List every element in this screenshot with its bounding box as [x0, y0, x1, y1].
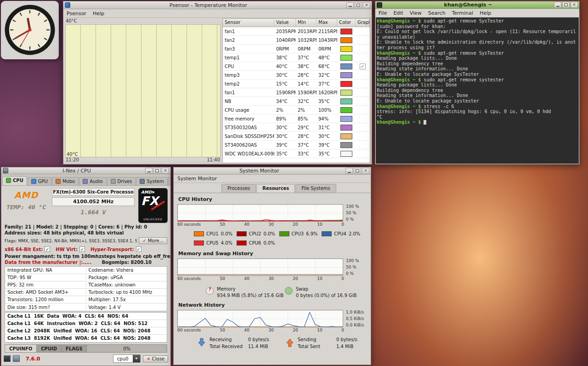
close-button[interactable]: ✕	[162, 168, 169, 174]
sensor-row[interactable]: temp3 30°C 28°C 32°C	[223, 71, 370, 80]
psensor-titlebar[interactable]: Psensor - Temperature Monitor ✕	[63, 1, 372, 9]
tab-flags[interactable]: FLAGS	[61, 344, 86, 353]
sensor-color-swatch[interactable]	[340, 125, 352, 131]
menu-item[interactable]: Help	[480, 10, 491, 16]
sensor-color-swatch[interactable]	[340, 37, 352, 43]
extension-checkbox[interactable]	[79, 246, 85, 252]
more-flags-button[interactable]: ✓ More...	[139, 237, 167, 244]
sensor-color-swatch[interactable]	[340, 46, 352, 52]
maximize-button[interactable]	[354, 168, 361, 174]
cpu-color-swatch[interactable]	[279, 231, 289, 236]
menu-item[interactable]: Edit	[393, 10, 403, 16]
sysmon-titlebar[interactable]: System Monitor ✕	[174, 167, 371, 175]
sensor-row[interactable]: fan1 1590RPM 1590RPM 1620RPM	[223, 88, 370, 97]
cpu-color-swatch[interactable]	[194, 231, 204, 236]
cpu-color-swatch[interactable]	[194, 240, 204, 246]
inex-close-button[interactable]: ✕ Close	[143, 355, 168, 362]
menu-item[interactable]: Psensor	[67, 11, 86, 16]
inex-tab[interactable]: CPU	[2, 176, 27, 185]
sensor-row[interactable]: temp1 38°C 37°C 48°C	[223, 53, 370, 62]
sensor-row[interactable]: fan2 1040RPM 1032RPM 1043RPM	[223, 36, 370, 45]
minimize-button[interactable]	[346, 2, 354, 8]
sysmon-tab[interactable]: Processes	[221, 184, 256, 193]
column-header[interactable]: Sensor	[223, 19, 274, 27]
sensor-color-swatch[interactable]	[340, 133, 352, 139]
graph-checkbox[interactable]	[360, 63, 366, 69]
sensor-row[interactable]: free memory 89% 85% 94%	[223, 114, 370, 123]
maximize-button[interactable]	[355, 2, 362, 8]
minimize-button[interactable]	[345, 168, 353, 174]
spec-cell-left: Die size: 315 mm?	[5, 305, 86, 310]
minimize-button[interactable]	[145, 168, 153, 174]
tab-cpuinfo[interactable]: CPUINFO	[5, 344, 36, 353]
tab-cpuid[interactable]: CPUID	[36, 344, 61, 353]
inex-tab[interactable]: System	[136, 177, 167, 185]
terminal-text: Reading package lists... Done	[377, 82, 457, 87]
sensor-color-swatch[interactable]	[340, 142, 352, 148]
inex-tab[interactable]: GPU	[28, 177, 51, 185]
swap-gauge-icon[interactable]	[285, 287, 293, 295]
sensor-color-swatch[interactable]	[340, 55, 352, 61]
sensor-color-swatch[interactable]	[340, 72, 352, 78]
sensor-row[interactable]: ST3400620AS 39°C 37°C 39°C	[223, 141, 370, 149]
menu-item[interactable]: Help	[93, 11, 104, 16]
inex-tab[interactable]: Mobo	[52, 177, 79, 185]
inex-tab[interactable]: Ke	[168, 177, 170, 185]
sensor-color-swatch[interactable]	[340, 151, 352, 157]
maximize-button[interactable]	[562, 2, 570, 8]
inex-titlebar[interactable]: I-Nex / CPU ✕	[1, 167, 170, 174]
clock-widget[interactable]	[1, 1, 59, 59]
memory-gauge-icon[interactable]	[206, 287, 214, 295]
x-axis-label: 30	[268, 222, 273, 227]
temperature-graph: 40°C	[65, 24, 220, 157]
column-header[interactable]: Min	[296, 19, 317, 27]
cpu-color-swatch[interactable]	[237, 231, 247, 236]
close-button[interactable]: ✕	[362, 168, 369, 174]
cpu-color-swatch[interactable]	[322, 231, 332, 236]
column-header[interactable]: Max	[317, 19, 337, 27]
sensor-color-swatch[interactable]	[340, 29, 352, 34]
sensor-row[interactable]: CPU usage 2% 2% 100%	[223, 106, 370, 114]
menu-item[interactable]: Terminal	[452, 10, 474, 16]
inex-tab[interactable]: Drives	[107, 177, 136, 185]
terminal-titlebar[interactable]: khan@Ghengis ~ ✕	[375, 1, 579, 9]
sensor-color-swatch[interactable]	[340, 116, 352, 122]
inex-toolbar-icon-1[interactable]	[4, 355, 11, 362]
menu-item[interactable]: File	[379, 10, 387, 16]
column-header[interactable]: Color	[337, 19, 356, 27]
sensor-row[interactable]: fan1 2035RPM 2013RPM 2115RPM	[223, 27, 370, 36]
sensor-row[interactable]: NB 34°C 32°C 35°C	[223, 97, 370, 106]
inex-toolbar-icon-2[interactable]	[13, 355, 20, 362]
maximize-button[interactable]	[153, 168, 161, 174]
sensor-color-swatch[interactable]	[340, 63, 352, 69]
sensor-row[interactable]: SanDisk SDSSDHP256G 30°C 28°C 30°C	[223, 132, 370, 141]
terminal-output[interactable]: khan@Ghengis ~ $ sudo apt-get remove Sys…	[376, 17, 579, 164]
sysmon-menu[interactable]: System Monitor	[177, 176, 217, 182]
sensor-row[interactable]: fan3 0RPM 0RPM 0RPM	[223, 45, 370, 53]
cpu-color-swatch[interactable]	[237, 240, 247, 246]
column-header[interactable]: Value	[274, 19, 296, 27]
menu-item[interactable]: View	[410, 10, 422, 16]
sensor-color-swatch[interactable]	[340, 107, 352, 113]
sensor-row[interactable]: WDC WD10EALX-009BA0 35°C 33°C 35°C	[223, 149, 370, 158]
sensor-color-swatch[interactable]	[340, 98, 352, 104]
menu-item[interactable]: Search	[428, 10, 446, 16]
sysmon-tab[interactable]: Resources	[256, 184, 295, 193]
minimize-button[interactable]	[554, 2, 561, 8]
sensor-color-swatch[interactable]	[340, 90, 352, 96]
sensor-row[interactable]: CPU 40°C 38°C 68°C	[223, 62, 370, 71]
close-button[interactable]: ✕	[571, 2, 578, 8]
close-button[interactable]: ✕	[363, 2, 370, 8]
sensor-row[interactable]: ST3500320AS 30°C 29°C 31°C	[223, 123, 370, 132]
cpu-percent: 0.0%	[263, 240, 275, 246]
receiving-arrow-icon	[198, 338, 206, 347]
sensor-row[interactable]: temp2 15°C 14°C 37°C	[223, 80, 370, 88]
column-header[interactable]: Graph	[356, 19, 370, 27]
sensor-color-swatch[interactable]	[340, 81, 352, 87]
cpu-select-dropdown[interactable]: cpu0	[113, 355, 141, 363]
extension-checkbox[interactable]	[45, 246, 50, 252]
extension-checkbox[interactable]	[136, 246, 141, 252]
memory-chart-xlabels: 60 seconds50403020100	[177, 276, 344, 281]
sysmon-tab[interactable]: File Systems	[295, 184, 336, 193]
inex-tab[interactable]: Audio	[79, 177, 106, 185]
